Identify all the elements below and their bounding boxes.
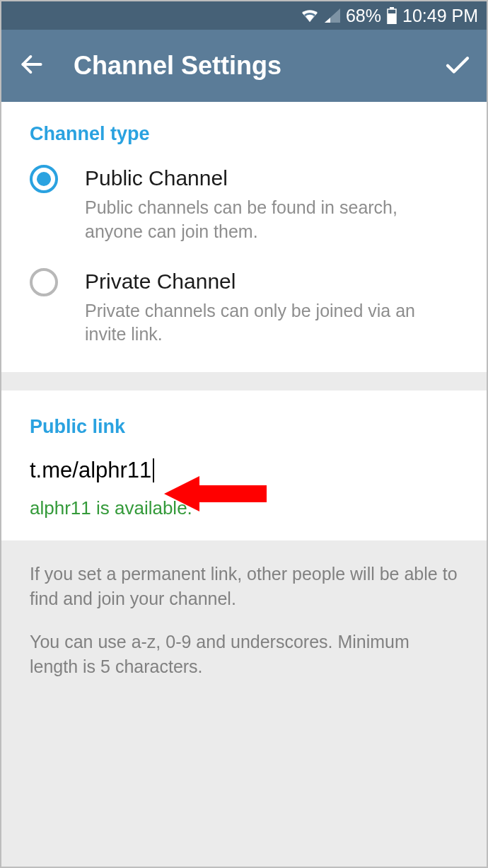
channel-type-header: Channel type — [30, 123, 458, 145]
radio-title: Public Channel — [85, 166, 458, 190]
svg-rect-2 — [388, 13, 396, 24]
app-bar: Channel Settings — [1, 30, 487, 102]
radio-desc: Private channels can only be joined via … — [85, 299, 458, 347]
radio-icon — [30, 165, 58, 193]
info-block: If you set a permanent link, other peopl… — [1, 540, 487, 700]
radio-private-channel[interactable]: Private Channel Private channels can onl… — [30, 268, 458, 347]
info-paragraph: You can use a-z, 0-9 and underscores. Mi… — [30, 630, 458, 679]
public-link-header: Public link — [30, 416, 458, 438]
link-availability: alphr11 is available. — [30, 497, 458, 519]
channel-type-section: Channel type Public Channel Public chann… — [1, 102, 487, 372]
radio-icon — [30, 268, 58, 296]
battery-icon — [387, 7, 397, 24]
back-icon[interactable] — [18, 51, 45, 81]
public-link-section: Public link t.me/alphr11 alphr11 is avai… — [1, 390, 487, 540]
info-paragraph: If you set a permanent link, other peopl… — [30, 562, 458, 611]
link-prefix: t.me/ — [30, 458, 79, 483]
link-value: alphr11 — [79, 458, 151, 483]
radio-public-channel[interactable]: Public Channel Public channels can be fo… — [30, 165, 458, 244]
wifi-icon — [301, 8, 319, 23]
public-link-input[interactable]: t.me/alphr11 — [30, 458, 458, 483]
radio-title: Private Channel — [85, 270, 458, 294]
battery-percent: 68% — [346, 6, 381, 26]
cell-signal-icon — [325, 8, 340, 23]
status-bar: 68% 10:49 PM — [1, 1, 487, 30]
text-cursor — [153, 458, 154, 482]
confirm-icon[interactable] — [443, 50, 472, 82]
radio-desc: Public channels can be found in search, … — [85, 196, 458, 244]
section-gap — [1, 372, 487, 390]
clock: 10:49 PM — [402, 6, 478, 26]
page-title: Channel Settings — [74, 51, 443, 81]
